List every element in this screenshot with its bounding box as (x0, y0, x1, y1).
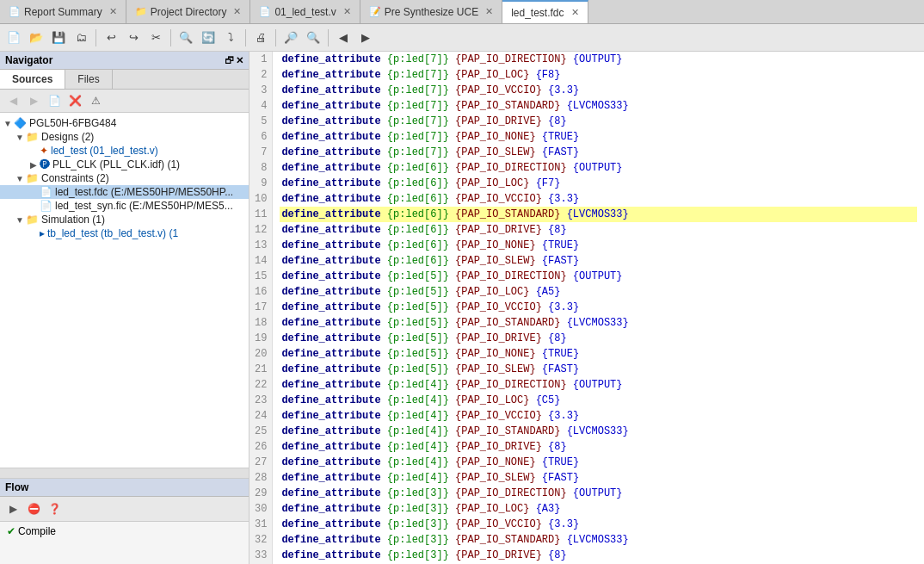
code-line-12[interactable]: define_attribute {p:led[6]} {PAP_IO_DRIV… (280, 222, 917, 238)
code-line-14[interactable]: define_attribute {p:led[6]} {PAP_IO_SLEW… (280, 253, 917, 269)
tab-close-project[interactable]: ✕ (233, 6, 241, 17)
code-container[interactable]: 1234567891011121314151617181920212223242… (249, 52, 924, 564)
tree-item-simulation[interactable]: ▼ 📁 Simulation (1) (0, 213, 249, 226)
code-line-3[interactable]: define_attribute {p:led[7]} {PAP_IO_VCCI… (280, 83, 917, 98)
tree-toggle-designs[interactable]: ▼ (14, 133, 26, 142)
tab-led-test-v[interactable]: 📄 01_led_test.v ✕ (250, 0, 360, 23)
code-line-2[interactable]: define_attribute {p:led[7]} {PAP_IO_LOC}… (280, 67, 917, 83)
tab-close-fdc[interactable]: ✕ (571, 7, 579, 18)
code-line-4[interactable]: define_attribute {p:led[7]} {PAP_IO_STAN… (280, 98, 917, 114)
code-line-19[interactable]: define_attribute {p:led[5]} {PAP_IO_DRIV… (280, 331, 917, 346)
tab-project-directory[interactable]: 📁 Project Directory ✕ (126, 0, 251, 23)
code-line-20[interactable]: define_attribute {p:led[5]} {PAP_IO_NONE… (280, 346, 917, 362)
code-line-24[interactable]: define_attribute {p:led[4]} {PAP_IO_VCCI… (280, 408, 917, 424)
left-settings-btn[interactable]: ⚠ (86, 91, 105, 110)
code-line-30[interactable]: define_attribute {p:led[3]} {PAP_IO_LOC}… (280, 501, 917, 517)
code-line-31[interactable]: define_attribute {p:led[3]} {PAP_IO_VCCI… (280, 517, 917, 532)
line-number-14: 14 (255, 253, 267, 269)
tree-item-designs[interactable]: ▼ 📁 Designs (2) (0, 130, 249, 144)
code-line-6[interactable]: define_attribute {p:led[7]} {PAP_IO_NONE… (280, 129, 917, 145)
tree-item-tb[interactable]: ▸ tb_led_test (tb_led_test.v) (1 (0, 226, 249, 240)
code-line-18[interactable]: define_attribute {p:led[5]} {PAP_IO_STAN… (280, 315, 917, 331)
tree-toggle-pll[interactable]: ▶ (28, 160, 40, 170)
code-line-17[interactable]: define_attribute {p:led[5]} {PAP_IO_VCCI… (280, 300, 917, 315)
tree-item-led-test[interactable]: ✦ led_test (01_led_test.v) (0, 144, 249, 158)
code-line-27[interactable]: define_attribute {p:led[4]} {PAP_IO_NONE… (280, 455, 917, 470)
code-line-10[interactable]: define_attribute {p:led[6]} {PAP_IO_VCCI… (280, 191, 917, 207)
left-forward-btn[interactable]: ▶ (24, 91, 43, 110)
toolbar-sep4 (275, 29, 276, 46)
tree-toggle-simulation[interactable]: ▼ (14, 215, 26, 225)
line-number-28: 28 (255, 470, 267, 486)
code-line-11[interactable]: define_attribute {p:led[6]} {PAP_IO_STAN… (280, 207, 917, 222)
search-toolbar-button[interactable]: 🔍 (176, 28, 196, 48)
code-line-22[interactable]: define_attribute {p:led[4]} {PAP_IO_DIRE… (280, 377, 917, 393)
line-number-31: 31 (255, 517, 267, 532)
replace-button[interactable]: 🔄 (198, 28, 219, 48)
code-line-23[interactable]: define_attribute {p:led[4]} {PAP_IO_LOC}… (280, 393, 917, 408)
flow-help-btn[interactable]: ❓ (45, 499, 64, 518)
panel-close-btn[interactable]: ✕ (236, 55, 243, 66)
code-line-8[interactable]: define_attribute {p:led[6]} {PAP_IO_DIRE… (280, 160, 917, 176)
line-number-5: 5 (255, 114, 267, 129)
tab-pre-synthesize[interactable]: 📝 Pre Synthesize UCE ✕ (360, 0, 502, 23)
undo-toolbar-button[interactable]: ↩ (101, 28, 121, 48)
left-remove-btn[interactable]: ❌ (65, 91, 84, 110)
print-button[interactable]: 🖨 (250, 28, 271, 48)
flow-run-btn[interactable]: ▶ (3, 499, 22, 518)
tree-toggle-root[interactable]: ▼ (2, 119, 14, 128)
code-line-26[interactable]: define_attribute {p:led[4]} {PAP_IO_DRIV… (280, 439, 917, 455)
tab-close-pre[interactable]: ✕ (485, 6, 493, 17)
tab-led-test-fdc[interactable]: led_test.fdc ✕ (502, 0, 588, 23)
tree-toggle-constraints[interactable]: ▼ (14, 174, 26, 183)
left-add-btn[interactable]: 📄 (45, 91, 64, 110)
redo-toolbar-button[interactable]: ↪ (123, 28, 144, 48)
save-all-button[interactable]: 🗂 (71, 28, 91, 48)
toolbar-sep5 (328, 29, 329, 46)
tab-files[interactable]: Files (65, 70, 112, 89)
code-line-21[interactable]: define_attribute {p:led[5]} {PAP_IO_SLEW… (280, 362, 917, 377)
panel-restore-btn[interactable]: 🗗 (225, 55, 234, 66)
code-line-32[interactable]: define_attribute {p:led[3]} {PAP_IO_STAN… (280, 532, 917, 548)
code-line-5[interactable]: define_attribute {p:led[7]} {PAP_IO_DRIV… (280, 114, 917, 129)
flow-compile-item[interactable]: ✔ Compile (7, 525, 56, 537)
code-line-9[interactable]: define_attribute {p:led[6]} {PAP_IO_LOC}… (280, 176, 917, 191)
code-line-1[interactable]: define_attribute {p:led[7]} {PAP_IO_DIRE… (280, 52, 917, 67)
line-number-6: 6 (255, 129, 267, 145)
goto-button[interactable]: ⤵ (220, 28, 241, 48)
code-line-25[interactable]: define_attribute {p:led[4]} {PAP_IO_STAN… (280, 424, 917, 439)
cut-button[interactable]: ✂ (145, 28, 166, 48)
left-panel-scrollbar[interactable] (0, 468, 249, 478)
code-content[interactable]: define_attribute {p:led[7]} {PAP_IO_DIRE… (273, 52, 924, 564)
tree-item-pll[interactable]: ▶ 🅟 PLL_CLK (PLL_CLK.idf) (1) (0, 158, 249, 171)
code-line-15[interactable]: define_attribute {p:led[5]} {PAP_IO_DIRE… (280, 269, 917, 284)
chip-icon: 🔷 (14, 117, 27, 129)
tab-report-summary[interactable]: 📄 Report Summary ✕ (0, 0, 126, 23)
code-line-33[interactable]: define_attribute {p:led[3]} {PAP_IO_DRIV… (280, 548, 917, 563)
main-toolbar: 📄 📂 💾 🗂 ↩ ↪ ✂ 🔍 🔄 ⤵ 🖨 🔎 🔍 ◀ ▶ (0, 24, 924, 52)
tree-item-fdc[interactable]: 📄 led_test.fdc (E:/MES50HP/MES50HP... (0, 185, 249, 199)
flow-stop-btn[interactable]: ⛔ (24, 499, 43, 518)
tree-item-root[interactable]: ▼ 🔷 PGL50H-6FBG484 (0, 116, 249, 130)
line-number-24: 24 (255, 408, 267, 424)
code-line-7[interactable]: define_attribute {p:led[7]} {PAP_IO_SLEW… (280, 145, 917, 160)
left-back-btn[interactable]: ◀ (3, 91, 22, 110)
forward-button[interactable]: ▶ (355, 28, 376, 48)
tab-close-report[interactable]: ✕ (109, 6, 117, 17)
code-line-16[interactable]: define_attribute {p:led[5]} {PAP_IO_LOC}… (280, 284, 917, 300)
tree-item-constraints[interactable]: ▼ 📁 Constraints (2) (0, 171, 249, 185)
code-line-29[interactable]: define_attribute {p:led[3]} {PAP_IO_DIRE… (280, 486, 917, 501)
tab-close-v[interactable]: ✕ (343, 6, 351, 17)
zoom-in-button[interactable]: 🔎 (280, 28, 301, 48)
tab-sources[interactable]: Sources (0, 70, 65, 89)
open-button[interactable]: 📂 (26, 28, 46, 48)
code-line-13[interactable]: define_attribute {p:led[6]} {PAP_IO_NONE… (280, 238, 917, 253)
tab-label-project: Project Directory (151, 6, 227, 18)
tree-area[interactable]: ▼ 🔷 PGL50H-6FBG484 ▼ 📁 Designs (2) ✦ led (0, 113, 249, 468)
code-line-28[interactable]: define_attribute {p:led[4]} {PAP_IO_SLEW… (280, 470, 917, 486)
new-button[interactable]: 📄 (3, 28, 24, 48)
tree-item-fic[interactable]: 📄 led_test_syn.fic (E:/MES50HP/MES5... (0, 199, 249, 213)
save-button[interactable]: 💾 (48, 28, 69, 48)
back-button[interactable]: ◀ (333, 28, 354, 48)
zoom-out-button[interactable]: 🔍 (303, 28, 323, 48)
